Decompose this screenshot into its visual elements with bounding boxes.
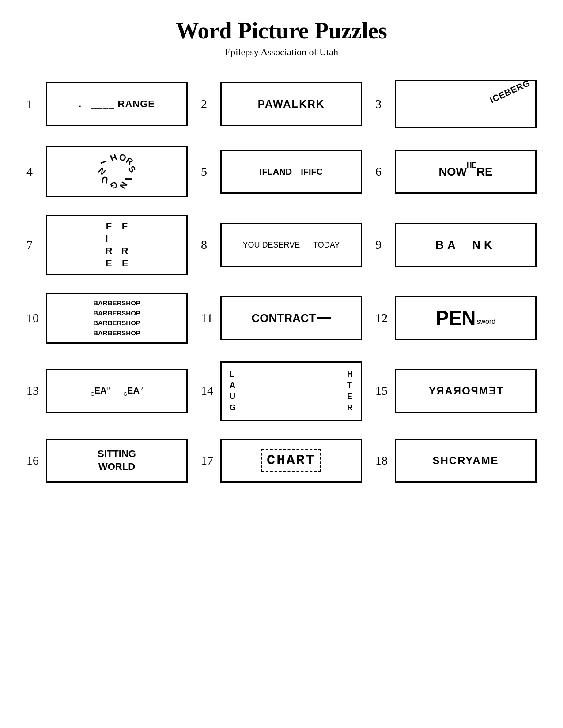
puzzle-3-content: ICEBERG	[488, 80, 532, 105]
puzzle-box-13: GEAR GEAR	[46, 369, 188, 413]
puzzle-13-gap	[114, 387, 119, 396]
puzzle-cell-3: 3 ICEBERG	[375, 80, 537, 128]
puzzle-18-content: SHCRYAME	[432, 454, 499, 467]
puzzle-box-7: F F I R R E E	[46, 215, 188, 275]
puzzle-cell-8: 8 YOU DESERVE TODAY	[201, 215, 362, 275]
puzzle-11-content: CONTRACT	[252, 311, 331, 325]
puzzle-1-content: . ____ RANGE	[79, 98, 155, 110]
puzzle-number-11: 11	[201, 311, 215, 325]
p14-g: G	[230, 402, 236, 413]
puzzle-9-content: BA NK	[435, 238, 496, 252]
puzzle-7-content: F F I R R E E	[105, 221, 128, 269]
puzzle-cell-17: 17 CHART	[201, 439, 362, 483]
puzzle-15-content: TEMPORARY	[428, 385, 503, 397]
puzzle-cell-1: 1 . ____ RANGE	[26, 80, 188, 128]
puzzle-cell-10: 10 BARBERSHOP BARBERSHOP BARBERSHOP BARB…	[26, 293, 188, 344]
p14-r: R	[347, 402, 353, 413]
p14-l1: L	[230, 369, 236, 380]
puzzle-6-now: NOW	[439, 165, 467, 179]
puzzle-cell-13: 13 GEAR GEAR	[26, 361, 188, 421]
puzzle-box-5: IFLAND IFIFC	[220, 150, 362, 194]
puzzle-box-14: L A U G H T E R	[220, 361, 362, 421]
puzzle-box-4: H O R S I N G U N I	[46, 146, 188, 197]
puzzle-5-content: IFLAND IFIFC	[260, 167, 323, 177]
puzzle-cell-12: 12 PENsword	[375, 293, 537, 344]
p13-ea1: EA	[94, 386, 107, 395]
puzzle-16-content: SITTINGWORLD	[98, 448, 136, 473]
p7-e2: E	[121, 258, 128, 269]
puzzle-cell-5: 5 IFLAND IFIFC	[201, 146, 362, 197]
puzzle-cell-14: 14 L A U G H T E R	[201, 361, 362, 421]
puzzle-6-content: NOWHERE	[439, 165, 493, 179]
p7-f2: F	[121, 221, 128, 232]
p7-e1: E	[105, 258, 112, 269]
puzzle-box-2: PAWALKRK	[220, 82, 362, 126]
puzzle-13-word2: GEAR	[124, 386, 143, 397]
puzzle-cell-15: 15 TEMPORARY	[375, 361, 537, 421]
puzzle-8-word1: YOU DESERVE	[242, 240, 300, 250]
puzzle-6-he: HE	[467, 161, 476, 169]
puzzle-number-6: 6	[375, 165, 389, 179]
puzzle-number-3: 3	[375, 97, 389, 111]
puzzle-11-dash	[317, 317, 331, 319]
puzzle-box-12: PENsword	[395, 296, 537, 340]
puzzle-number-17: 17	[201, 454, 215, 468]
puzzle-number-8: 8	[201, 238, 215, 252]
p7-space	[121, 233, 128, 244]
puzzle-number-2: 2	[201, 97, 215, 111]
puzzle-cell-16: 16 SITTINGWORLD	[26, 439, 188, 483]
puzzle-14-right: H T E R	[347, 369, 353, 413]
p7-i: I	[105, 233, 112, 244]
puzzle-8-word2: TODAY	[313, 240, 340, 250]
p7-f1: F	[105, 221, 112, 232]
puzzle-12-big: PEN	[436, 307, 476, 329]
page-subtitle: Epilepsy Association of Utah	[26, 46, 537, 58]
p14-a: A	[230, 380, 236, 391]
puzzle-number-1: 1	[26, 97, 41, 111]
puzzle-cell-4: 4 H O R S I N G U N I	[26, 146, 188, 197]
puzzle-box-1: . ____ RANGE	[46, 82, 188, 126]
puzzle-grid: 1 . ____ RANGE 2 PAWALKRK 3 ICEBERG 4 H …	[26, 80, 537, 483]
puzzle-box-6: NOWHERE	[395, 150, 537, 194]
puzzle-number-7: 7	[26, 238, 41, 252]
puzzle-13-content: GEAR GEAR	[91, 386, 143, 397]
p14-e: E	[347, 391, 353, 402]
puzzle-12-content: PENsword	[436, 307, 495, 329]
puzzle-14-left: L A U G	[230, 369, 236, 413]
puzzle-number-16: 16	[26, 454, 41, 468]
p14-t: T	[347, 380, 353, 391]
puzzle-number-15: 15	[375, 384, 389, 398]
puzzle-cell-9: 9 BA NK	[375, 215, 537, 275]
puzzle-box-9: BA NK	[395, 223, 537, 267]
puzzle-5-word2: IFIFC	[301, 167, 323, 177]
puzzle-number-13: 13	[26, 384, 41, 398]
p14-u: U	[230, 391, 236, 402]
puzzle-5-word1: IFLAND	[260, 167, 292, 177]
p13-r2-sup: R	[140, 386, 143, 391]
puzzle-cell-11: 11 CONTRACT	[201, 293, 362, 344]
puzzle-box-11: CONTRACT	[220, 296, 362, 340]
puzzle-11-text: CONTRACT	[252, 311, 316, 325]
puzzle-4-content: H O R S I N G U N I	[97, 152, 137, 191]
puzzle-cell-7: 7 F F I R R E E	[26, 215, 188, 275]
puzzle-box-3: ICEBERG	[395, 80, 537, 128]
puzzle-number-9: 9	[375, 238, 389, 252]
puzzle-2-content: PAWALKRK	[258, 98, 325, 110]
puzzle-number-12: 12	[375, 311, 389, 325]
p14-h: H	[347, 369, 353, 380]
p13-g2-sub: G	[124, 391, 128, 397]
puzzle-6-re: RE	[476, 165, 492, 179]
p13-r1-sup: R	[107, 386, 110, 391]
puzzle-cell-6: 6 NOWHERE	[375, 146, 537, 197]
puzzle-box-17: CHART	[220, 439, 362, 483]
puzzle-17-content: CHART	[261, 449, 321, 472]
puzzle-cell-2: 2 PAWALKRK	[201, 80, 362, 128]
puzzle-number-10: 10	[26, 311, 41, 325]
puzzle-box-18: SHCRYAME	[395, 439, 537, 483]
puzzle-number-14: 14	[201, 384, 215, 398]
puzzle-box-16: SITTINGWORLD	[46, 439, 188, 483]
puzzle-13-word1: GEAR	[91, 386, 110, 397]
puzzle-box-10: BARBERSHOP BARBERSHOP BARBERSHOP BARBERS…	[46, 293, 188, 344]
p13-g1-sub: G	[91, 391, 94, 397]
puzzle-12-small: sword	[476, 318, 495, 326]
